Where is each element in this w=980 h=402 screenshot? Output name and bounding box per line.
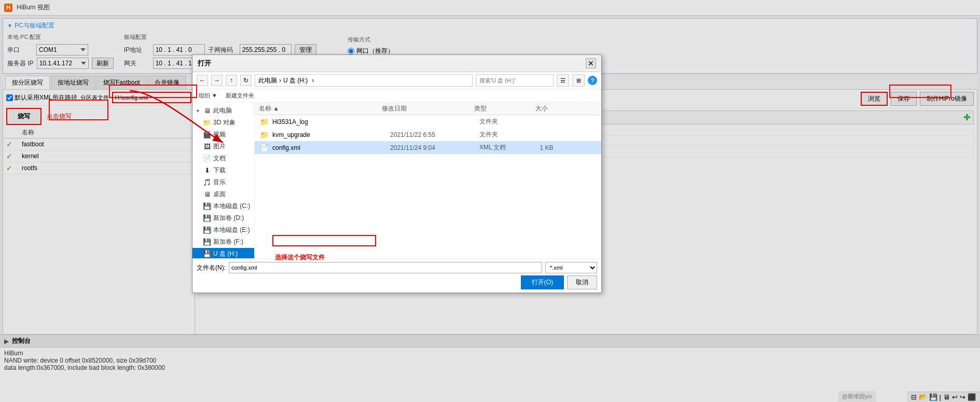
tree-item-music[interactable]: 🎵 音乐 [192, 176, 254, 188]
open-button[interactable]: 打开(O) [521, 275, 564, 289]
forward-button[interactable]: → [211, 75, 223, 86]
xml-file-icon: 📄 [259, 144, 269, 152]
tree-item-h-drive[interactable]: 💾 U 盘 (H:) [192, 248, 254, 258]
filetype-select[interactable]: *.xml [545, 262, 597, 273]
filename-input[interactable] [229, 262, 542, 273]
folder-icon: 📁 [259, 131, 269, 139]
3d-icon: 📁 [203, 119, 211, 127]
dialog-toolbar: ← → ↑ ↻ 此电脑 › U 盘 (H:) › ☰ ⊞ ? [192, 72, 601, 89]
dialog-bottom: 文件名(N): *.xml 打开(O) 取消 [192, 258, 601, 293]
nav-tree: ▼ 🖥 此电脑 📁 3D 对象 🎬 视频 🖼 图片 📄 [192, 103, 255, 258]
tree-item-f-drive[interactable]: 💾 新加卷 (F:) [192, 236, 254, 248]
desktop-icon: 🖥 [203, 190, 211, 198]
video-icon: 🎬 [203, 131, 211, 138]
filename-row: 文件名(N): *.xml [197, 262, 597, 273]
f-drive-icon: 💾 [203, 238, 211, 246]
file-dialog: 打开 ✕ ← → ↑ ↻ 此电脑 › U 盘 (H:) › ☰ ⊞ ? 组织 ▼… [192, 54, 602, 293]
dialog-title-bar: 打开 ✕ [192, 55, 601, 72]
list-item-selected[interactable]: 📄 config.xml 2021/11/24 9:04 XML 文档 1 KB [255, 141, 601, 154]
folder-icon: 📁 [259, 118, 269, 126]
search-input[interactable] [476, 74, 554, 87]
downloads-icon: ⬇ [203, 167, 211, 174]
tree-item-3d[interactable]: 📁 3D 对象 [192, 117, 254, 129]
recent-button[interactable]: ↻ [240, 75, 252, 86]
back-button[interactable]: ← [197, 75, 208, 86]
file-list-header: 名称 ▲ 修改日期 类型 大小 [255, 103, 601, 115]
tree-item-e-drive[interactable]: 💾 本地磁盘 (E:) [192, 224, 254, 236]
documents-icon: 📄 [203, 155, 211, 162]
d-drive-icon: 💾 [203, 214, 211, 222]
tree-item-desktop[interactable]: 🖥 桌面 [192, 188, 254, 200]
pc-icon: 🖥 [203, 107, 211, 115]
breadcrumb: 此电脑 › U 盘 (H:) › [255, 74, 473, 87]
file-list-area: 名称 ▲ 修改日期 类型 大小 📁 Hi3531A_log 文件夹 📁 [255, 103, 601, 258]
list-item[interactable]: 📁 Hi3531A_log 文件夹 [255, 115, 601, 128]
dialog-action-row: 打开(O) 取消 [197, 275, 597, 289]
list-item[interactable]: 📁 kvm_upgrade 2021/11/22 6:55 文件夹 [255, 128, 601, 141]
dialog-body: ▼ 🖥 此电脑 📁 3D 对象 🎬 视频 🖼 图片 📄 [192, 103, 601, 258]
dialog-title: 打开 [198, 59, 211, 68]
col-type-header: 类型 [474, 104, 536, 113]
col-size-header: 大小 [535, 104, 597, 113]
filename-label: 文件名(N): [197, 264, 226, 272]
pictures-icon: 🖼 [203, 143, 211, 150]
h-drive-icon: 💾 [203, 250, 211, 258]
view-list-button[interactable]: ☰ [557, 74, 569, 87]
new-folder-button[interactable]: 新建文件夹 [224, 91, 256, 101]
up-button[interactable]: ↑ [226, 75, 237, 86]
file-list-body: 📁 Hi3531A_log 文件夹 📁 kvm_upgrade 2021/11/… [255, 115, 601, 258]
music-icon: 🎵 [203, 178, 211, 186]
tree-item-video[interactable]: 🎬 视频 [192, 129, 254, 141]
col-date-header: 修改日期 [382, 104, 474, 113]
dialog-overlay: 打开 ✕ ← → ↑ ↻ 此电脑 › U 盘 (H:) › ☰ ⊞ ? 组织 ▼… [0, 0, 980, 402]
tree-item-pictures[interactable]: 🖼 图片 [192, 141, 254, 153]
tree-item-downloads[interactable]: ⬇ 下载 [192, 164, 254, 176]
org-button[interactable]: 组织 ▼ [197, 91, 219, 101]
cancel-button[interactable]: 取消 [567, 275, 597, 289]
dialog-sub-toolbar: 组织 ▼ 新建文件夹 [192, 89, 601, 103]
c-drive-icon: 💾 [203, 202, 211, 210]
dialog-close-button[interactable]: ✕ [586, 58, 596, 68]
tree-item-d-drive[interactable]: 💾 新加卷 (D:) [192, 212, 254, 224]
help-button[interactable]: ? [588, 76, 597, 85]
tree-item-documents[interactable]: 📄 文档 [192, 153, 254, 164]
view-grid-button[interactable]: ⊞ [572, 74, 585, 87]
tree-item-c-drive[interactable]: 💾 本地磁盘 (C:) [192, 200, 254, 212]
col-name-header: 名称 ▲ [259, 104, 382, 113]
tree-item-pc[interactable]: ▼ 🖥 此电脑 [192, 105, 254, 117]
e-drive-icon: 💾 [203, 226, 211, 234]
